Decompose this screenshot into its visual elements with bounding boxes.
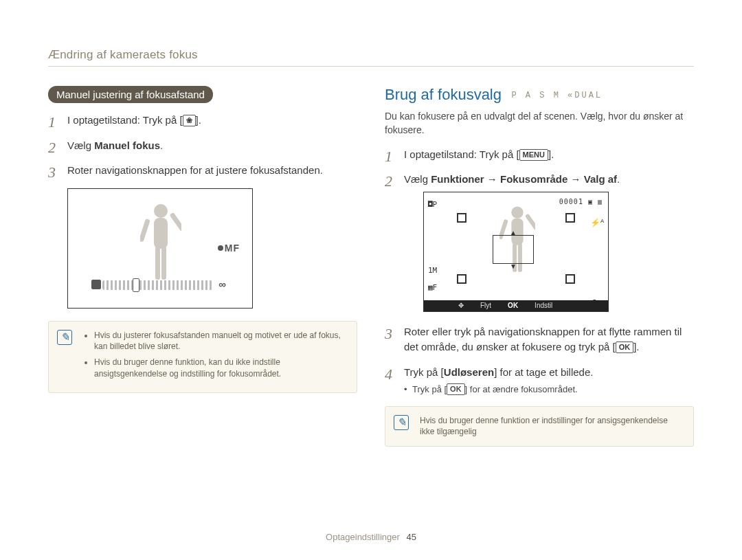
step-text: Vælg	[404, 173, 431, 185]
ok-button: OK	[447, 383, 465, 395]
step-text: .	[160, 139, 163, 151]
sub-bullet: Tryk på [OK] for at ændre fokusområdet.	[404, 383, 694, 396]
step-4: Tryk på [Udløseren] for at tage et bille…	[385, 365, 694, 396]
bar-move-label: Flyt	[480, 300, 491, 311]
figure-bottom-bar: ✥ Flyt OK Indstil	[424, 300, 608, 311]
footer-section: Optageindstillinger	[326, 532, 400, 542]
step-text: Roter eller tryk på navigationsknappen f…	[404, 326, 682, 353]
step-2: Vælg Funktioner → Fokusområde → Valg af.…	[385, 172, 694, 312]
section-title: Brug af fokusvalg	[385, 86, 502, 104]
ok-button: OK	[616, 341, 634, 353]
sub-text: ] for at ændre fokusområdet.	[465, 384, 578, 394]
counter-text: 00001	[559, 198, 583, 205]
page-number: 45	[406, 532, 416, 542]
note-box: ✎ Hvis du bruger denne funktion er indst…	[385, 406, 694, 447]
svg-rect-5	[170, 212, 181, 232]
columns: Manuel justering af fokusafstand I optag…	[48, 86, 694, 447]
mf-text: MF	[225, 243, 240, 254]
page-footer: Optageindstillinger 45	[0, 532, 742, 542]
step-bold: Funktioner → Fokusområde → Valg af	[431, 173, 617, 185]
step-text: ].	[196, 114, 201, 126]
bar-set-label: Indstil	[535, 300, 552, 311]
svg-rect-4	[140, 219, 150, 242]
note-icon: ✎	[394, 415, 409, 430]
left-steps: I optagetilstand: Tryk på [❀]. Vælg Manu…	[48, 113, 357, 179]
nav-icon: ✥	[458, 300, 464, 311]
right-overlay-icons: ⚡ᴬ☻	[590, 213, 604, 312]
step-text: I optagetilstand: Tryk på [	[67, 114, 183, 126]
svg-point-6	[511, 206, 523, 218]
note-text: Hvis du bruger denne funktion er indstil…	[420, 416, 668, 437]
step-text: I optagetilstand: Tryk på [	[404, 148, 519, 160]
step-bold: Manuel fokus	[94, 139, 160, 151]
step-3: Roter navigationsknappen for at justere …	[48, 163, 357, 179]
svg-rect-2	[155, 247, 160, 280]
note-box: ✎ Hvis du justerer fokusafstanden manuel…	[48, 321, 357, 393]
left-overlay-icons: ◘P1M▦F[–]	[428, 197, 442, 313]
flower-button: ❀	[183, 115, 196, 126]
note-item: Hvis du bruger denne funktion, kan du ik…	[94, 357, 347, 380]
svg-rect-1	[154, 218, 168, 249]
menu-button: MENU	[519, 149, 548, 161]
left-column: Manuel justering af fokusafstand I optag…	[48, 86, 357, 447]
mf-indicator: MF	[218, 243, 240, 254]
step-3: Roter eller tryk på navigationsknappen f…	[385, 324, 694, 355]
svg-rect-11	[525, 213, 535, 230]
divider	[48, 66, 694, 67]
top-overlay-icons: 00001 ▣ ▥	[559, 197, 603, 207]
section-pill: Manuel justering af fokusafstand	[48, 86, 213, 103]
svg-rect-3	[161, 247, 166, 280]
running-head: Ændring af kameraets fokus	[48, 48, 694, 62]
right-steps: I optagetilstand: Tryk på [MENU]. Vælg F…	[385, 147, 694, 396]
note-icon: ✎	[57, 330, 72, 345]
sub-text: Tryk på [	[412, 384, 447, 394]
step-text: .	[617, 173, 620, 185]
mode-icons: P A S M «DUAL	[511, 91, 603, 100]
step-text: Vælg	[67, 139, 94, 151]
step-text: Tryk på [	[404, 366, 444, 378]
step-text: Roter navigationsknappen for at justere …	[67, 164, 323, 176]
af-target-box	[493, 235, 534, 264]
focus-slider	[102, 280, 212, 290]
step-bold: Udløseren	[444, 366, 494, 378]
step-text: ] for at tage et billede.	[494, 366, 593, 378]
step-text: ].	[633, 341, 639, 352]
step-2: Vælg Manuel fokus.	[48, 138, 357, 154]
silhouette-icon	[140, 201, 181, 284]
step-1: I optagetilstand: Tryk på [MENU].	[385, 147, 694, 163]
step-1: I optagetilstand: Tryk på [❀].	[48, 113, 357, 128]
step-text: ].	[548, 148, 554, 160]
bar-ok-label: OK	[508, 300, 518, 311]
right-column: Brug af fokusvalg P A S M «DUAL Du kan f…	[385, 86, 694, 447]
note-item: Hvis du justerer fokusafstanden manuelt …	[94, 330, 347, 353]
figure-manual-focus: MF	[67, 188, 253, 309]
svg-point-0	[154, 204, 168, 218]
heading-row: Brug af fokusvalg P A S M «DUAL	[385, 86, 694, 109]
note-list: Hvis du justerer fokusafstanden manuelt …	[83, 330, 347, 380]
figure-focus-select: ◘P1M▦F[–] 00001 ▣ ▥ ⚡ᴬ☻	[423, 192, 609, 312]
intro-text: Du kan fokusere på en udvalgt del af sce…	[385, 109, 694, 137]
